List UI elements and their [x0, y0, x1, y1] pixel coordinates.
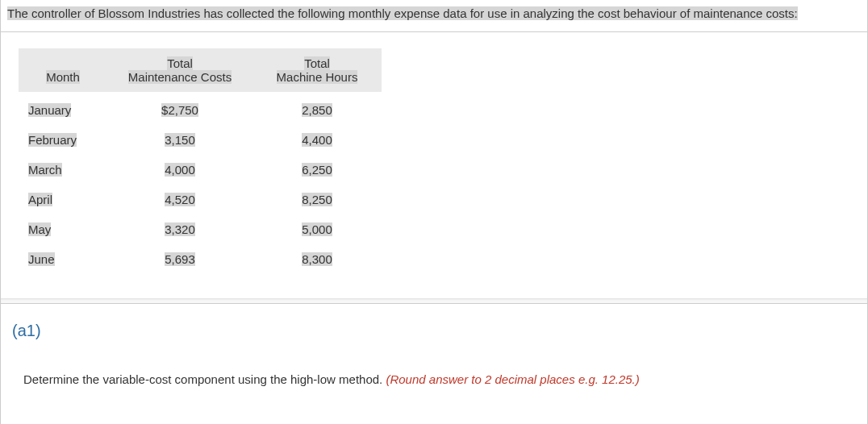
rounding-note: (Round answer to 2 decimal places e.g. 1… — [386, 372, 639, 386]
part-block: (a1) — [1, 303, 867, 356]
cell-cost: 4,000 — [107, 152, 252, 181]
cell-month-text: January — [28, 103, 71, 117]
intro-text: The controller of Blossom Industries has… — [1, 0, 867, 32]
cell-cost: 5,693 — [107, 241, 252, 271]
expense-table: Month Total Maintenance Costs Total Mach… — [19, 48, 382, 271]
question-block: Determine the variable-cost component us… — [1, 356, 867, 402]
table-row: April4,5208,250 — [19, 181, 382, 211]
header-month-text: Month — [46, 70, 80, 84]
cell-hours-text: 8,250 — [302, 193, 332, 206]
intro-line: The controller of Blossom Industries has… — [7, 6, 798, 20]
cell-cost: 3,150 — [107, 122, 252, 152]
cell-hours-text: 6,250 — [302, 163, 332, 177]
cell-month: June — [19, 241, 107, 271]
cell-hours-text: 2,850 — [302, 103, 332, 117]
header-row: Month Total Maintenance Costs Total Mach… — [19, 48, 382, 92]
cell-cost-text: 4,520 — [165, 193, 195, 206]
cell-cost-text: 5,693 — [165, 252, 195, 266]
cell-hours: 8,300 — [252, 241, 382, 271]
header-month: Month — [19, 48, 107, 92]
cell-hours: 8,250 — [252, 181, 382, 211]
cell-month-text: March — [28, 163, 62, 177]
part-label: (a1) — [12, 322, 41, 339]
cell-cost: 4,520 — [107, 181, 252, 211]
table-row: January$2,7502,850 — [19, 92, 382, 122]
cell-month-text: February — [28, 133, 77, 147]
cell-cost-text: $2,750 — [161, 103, 198, 117]
cell-hours-text: 8,300 — [302, 252, 332, 266]
cell-hours-text: 5,000 — [302, 222, 332, 236]
header-cost-l2: Maintenance Costs — [128, 70, 232, 84]
table-row: June5,6938,300 — [19, 241, 382, 271]
question-text: Determine the variable-cost component us… — [23, 372, 386, 386]
cell-hours: 2,850 — [252, 92, 382, 122]
cell-month: April — [19, 181, 107, 211]
header-hours: Total Machine Hours — [252, 48, 382, 92]
table-row: February3,1504,400 — [19, 122, 382, 152]
table-body: January$2,7502,850February3,1504,400Marc… — [19, 92, 382, 271]
cell-month-text: June — [28, 252, 55, 266]
header-hours-l1: Total — [304, 56, 330, 70]
cell-month: March — [19, 152, 107, 181]
cell-cost: $2,750 — [107, 92, 252, 122]
cell-cost-text: 3,150 — [165, 133, 195, 147]
problem-container: The controller of Blossom Industries has… — [0, 0, 868, 424]
cell-month-text: April — [28, 193, 52, 206]
cell-cost-text: 4,000 — [165, 163, 195, 177]
cell-month: May — [19, 211, 107, 241]
table-row: May3,3205,000 — [19, 211, 382, 241]
cell-hours: 4,400 — [252, 122, 382, 152]
header-cost: Total Maintenance Costs — [107, 48, 252, 92]
cell-hours: 5,000 — [252, 211, 382, 241]
cell-month: January — [19, 92, 107, 122]
section-divider — [1, 298, 867, 303]
data-table-block: Month Total Maintenance Costs Total Mach… — [1, 32, 867, 303]
header-hours-l2: Machine Hours — [277, 70, 358, 84]
cell-cost: 3,320 — [107, 211, 252, 241]
cell-month-text: May — [28, 222, 51, 236]
cell-hours: 6,250 — [252, 152, 382, 181]
cell-month: February — [19, 122, 107, 152]
cell-hours-text: 4,400 — [302, 133, 332, 147]
table-row: March4,0006,250 — [19, 152, 382, 181]
cell-cost-text: 3,320 — [165, 222, 195, 236]
header-cost-l1: Total — [167, 56, 193, 70]
